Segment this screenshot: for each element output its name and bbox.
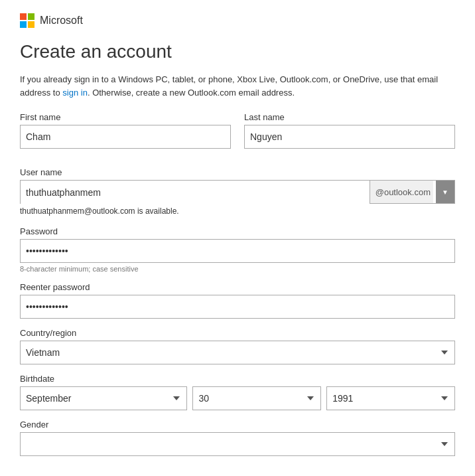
brand-name: Microsoft <box>40 15 83 27</box>
username-input-row: @outlook.com <box>20 180 455 204</box>
birth-day-select[interactable]: 1234 5678 9101112 13141516 17181920 2122… <box>192 386 321 410</box>
password-label: Password <box>20 226 455 236</box>
password-group: Password 8-character minimum; case sensi… <box>20 226 455 273</box>
description-end: . Otherwise, create a new Outlook.com em… <box>88 88 295 98</box>
username-domain: @outlook.com <box>370 181 433 203</box>
gender-select[interactable]: Male Female Other <box>20 432 455 456</box>
last-name-group: Last name <box>244 112 455 149</box>
username-group: User name @outlook.com thuthuatphanmem@o… <box>20 167 455 222</box>
gender-label: Gender <box>20 420 455 430</box>
birthdate-label: Birthdate <box>20 374 455 384</box>
username-input[interactable] <box>21 181 370 204</box>
country-label: Country/region <box>20 328 455 338</box>
reenter-password-label: Reenter password <box>20 282 455 292</box>
birth-month-select[interactable]: January February March April May June Ju… <box>20 386 187 410</box>
logo-icon <box>20 13 34 28</box>
reenter-password-group: Reenter password <box>20 282 455 319</box>
domain-text: @outlook.com <box>375 187 431 197</box>
domain-dropdown-button[interactable] <box>436 181 454 203</box>
first-name-group: First name <box>20 112 231 149</box>
name-row: First name Last name <box>20 112 455 158</box>
first-name-label: First name <box>20 112 231 122</box>
first-name-input[interactable] <box>20 125 231 149</box>
availability-text: thuthuatphanmem@outlook.com is available… <box>20 206 455 216</box>
last-name-label: Last name <box>244 112 455 122</box>
country-select[interactable]: Vietnam United States United Kingdom Aus… <box>20 341 455 364</box>
birth-year-select[interactable]: 2000 1999 1998 1997 1996 1995 1994 1993 … <box>326 386 455 410</box>
password-hint: 8-character minimum; case sensitive <box>20 265 455 273</box>
microsoft-logo: Microsoft <box>20 13 455 28</box>
last-name-input[interactable] <box>244 125 455 149</box>
page-description: If you already sign in to a Windows PC, … <box>20 73 455 99</box>
birthdate-group: Birthdate January February March April M… <box>20 374 455 410</box>
username-label: User name <box>20 167 455 177</box>
password-input[interactable] <box>20 239 455 263</box>
country-group: Country/region Vietnam United States Uni… <box>20 328 455 364</box>
reenter-password-input[interactable] <box>20 295 455 319</box>
gender-group: Gender Male Female Other <box>20 420 455 456</box>
sign-in-link[interactable]: sign in <box>62 88 88 98</box>
page-title: Create an account <box>20 41 455 62</box>
birthdate-row: January February March April May June Ju… <box>20 386 455 410</box>
